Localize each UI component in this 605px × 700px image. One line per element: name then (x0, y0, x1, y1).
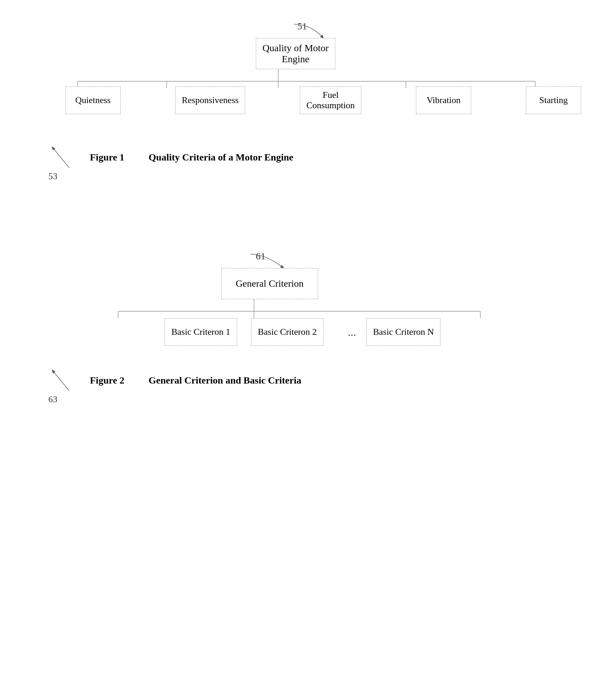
figure1-caption-description: Quality Criteria of a Motor Engine (149, 152, 294, 163)
figure1-caption-row: Figure 1 Quality Criteria of a Motor Eng… (48, 145, 577, 169)
figure1-child-fuel: Fuel Consumption (300, 86, 361, 114)
figure2-caption-description: General Criterion and Basic Criteria (149, 375, 301, 386)
figure2-ellipsis: ... (348, 326, 356, 339)
figure1-child-vibration: Vibration (416, 86, 471, 114)
figure2-child-2: Basic Criteron 2 (251, 318, 324, 346)
figure2-label-63: 63 (48, 394, 57, 404)
figure2-caption-row: Figure 2 General Criterion and Basic Cri… (48, 368, 577, 393)
figure1-label-53: 53 (48, 171, 57, 181)
figure1-child-responsiveness: Responsiveness (175, 86, 245, 114)
figure1-caption-figure-label: Figure 1 (90, 152, 124, 163)
figure1-root-box: Quality of Motor Engine (256, 38, 335, 69)
figure1-child-starting: Starting (526, 86, 581, 114)
figure2-diagram: 61 General Criterion (28, 251, 577, 358)
figure2-children-row: Basic Criteron 1 Basic Criteron 2 ... Ba… (28, 318, 577, 346)
figure1-children-row: Quietness Responsiveness Fuel Consumptio… (38, 86, 605, 114)
figure1-root-text: Quality of Motor Engine (256, 43, 335, 65)
figure1-diagram: 51 Quality of Motor Engine (28, 21, 577, 131)
page: 51 Quality of Motor Engine (0, 0, 605, 700)
figure1-child-quietness: Quietness (65, 86, 121, 114)
figure2-child-n: Basic Criteron N (366, 318, 440, 346)
figure2-child-1: Basic Criteron 1 (165, 318, 237, 346)
figure2-caption-figure-label: Figure 2 (90, 375, 124, 386)
figure2-caption-arrow (48, 368, 76, 393)
figure1-caption-arrow (48, 145, 76, 169)
